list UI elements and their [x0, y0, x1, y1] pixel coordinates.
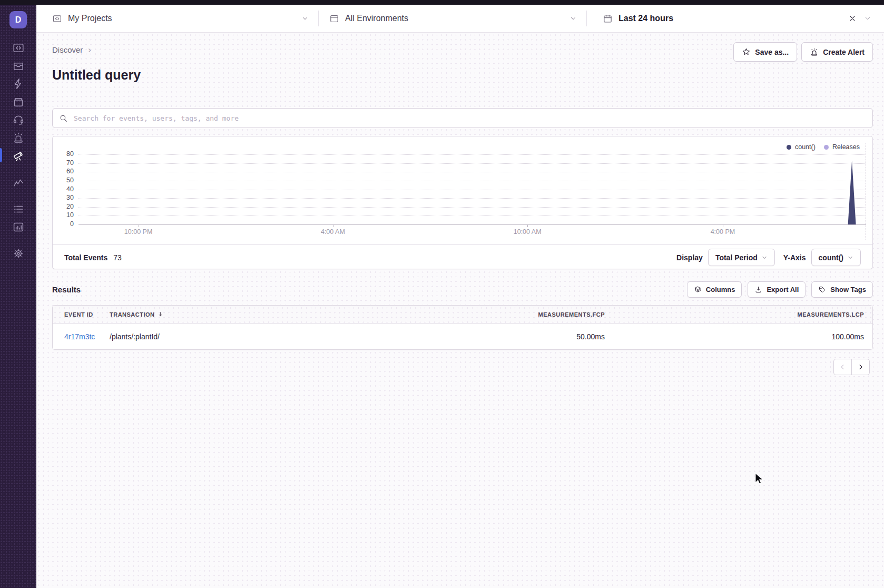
chart-x-axis: 10:00 PM4:00 AM10:00 AM4:00 PM — [78, 228, 866, 238]
event-id-link[interactable]: 4r17m3tc — [64, 332, 95, 341]
display-dropdown[interactable]: Total Period — [708, 249, 775, 266]
display-dropdown-value: Total Period — [715, 253, 758, 262]
search-bar — [52, 108, 873, 128]
sidebar-item-activity[interactable] — [9, 200, 27, 218]
project-selector[interactable]: My Projects — [52, 14, 318, 24]
column-header-measurements-lcp[interactable]: MEASUREMENTS.LCP — [605, 311, 872, 318]
clear-date-button[interactable] — [848, 14, 857, 23]
headset-icon — [12, 113, 25, 126]
previous-page-button[interactable] — [833, 359, 852, 375]
chart-y-axis: 01020304050607080 — [53, 154, 74, 224]
sidebar-item-releases[interactable] — [9, 93, 27, 110]
results-table: EVENT ID TRANSACTION MEASUREMENTS.FCP ME… — [52, 305, 873, 350]
show-tags-button[interactable]: Show Tags — [811, 281, 873, 298]
project-selector-label: My Projects — [68, 14, 112, 23]
results-heading: Results — [52, 285, 81, 294]
topbar: My Projects All Environments Last 24 hou… — [36, 5, 884, 33]
bar-chart-window-icon — [12, 221, 25, 233]
y-axis-tick-label: 20 — [53, 203, 74, 210]
save-as-button[interactable]: Save as... — [733, 42, 797, 62]
chevron-right-icon — [857, 363, 865, 371]
measurements-fcp-cell: 50.00ms — [336, 332, 605, 341]
y-axis-dropdown-value: count() — [819, 253, 843, 262]
breadcrumb-discover-link[interactable]: Discover — [52, 45, 83, 54]
sidebar-item-user-feedback[interactable] — [9, 111, 27, 128]
measurements-lcp-cell: 100.00ms — [605, 332, 872, 341]
chevron-right-icon: › — [88, 45, 91, 54]
lightning-icon — [12, 77, 25, 90]
sidebar-item-issues[interactable] — [9, 57, 27, 74]
line-chart-icon — [12, 177, 25, 189]
window-icon — [329, 14, 339, 24]
chart-legend: count()Releases — [787, 143, 860, 151]
save-as-label: Save as... — [755, 48, 789, 56]
transaction-cell: /plants/:plantId/ — [110, 332, 336, 341]
column-header-measurements-fcp[interactable]: MEASUREMENTS.FCP — [336, 311, 605, 318]
next-page-button[interactable] — [851, 359, 870, 375]
results-table-header: EVENT ID TRANSACTION MEASUREMENTS.FCP ME… — [53, 306, 872, 324]
legend-dot-icon — [824, 145, 829, 150]
telescope-icon — [12, 149, 25, 162]
environment-selector[interactable]: All Environments — [319, 14, 586, 24]
chevron-left-icon — [839, 363, 847, 371]
x-axis-tick-label: 10:00 AM — [514, 228, 542, 236]
columns-label: Columns — [706, 286, 735, 293]
y-axis-dropdown[interactable]: count() — [811, 249, 861, 266]
chart-footer: Total Events 73 Display Total Period Y-A… — [53, 244, 872, 270]
gear-icon — [12, 247, 25, 260]
y-axis-tick-label: 0 — [53, 220, 74, 228]
legend-label: Releases — [832, 143, 860, 151]
legend-item-count[interactable]: count() — [787, 143, 816, 151]
sidebar-item-discover[interactable] — [9, 146, 27, 164]
pagination — [833, 359, 870, 375]
columns-button[interactable]: Columns — [687, 281, 742, 298]
sidebar-item-dashboards[interactable] — [9, 218, 27, 236]
download-icon — [754, 286, 762, 293]
issues-icon — [12, 60, 25, 72]
chevron-down-icon — [569, 15, 577, 22]
search-input[interactable] — [73, 114, 866, 123]
active-nav-indicator — [0, 148, 2, 162]
date-range-selector[interactable]: Last 24 hours — [587, 14, 848, 24]
legend-dot-icon — [787, 145, 791, 150]
chevron-down-icon[interactable] — [864, 15, 871, 22]
y-axis-tick-label: 70 — [53, 159, 74, 166]
date-range-label: Last 24 hours — [618, 14, 673, 23]
column-header-transaction[interactable]: TRANSACTION — [110, 311, 336, 318]
sidebar-item-settings[interactable] — [9, 244, 27, 262]
x-axis-tick-mark — [723, 224, 723, 227]
export-all-button[interactable]: Export All — [748, 281, 806, 298]
x-axis-tick-label: 10:00 PM — [124, 228, 153, 236]
y-axis-tick-label: 30 — [53, 194, 74, 201]
chevron-down-icon — [301, 15, 309, 22]
column-header-event-id[interactable]: EVENT ID — [53, 311, 110, 318]
sidebar-item-alerts[interactable] — [9, 129, 27, 146]
x-axis-tick-label: 4:00 AM — [321, 228, 345, 236]
chart-plot — [78, 154, 866, 225]
legend-item-releases[interactable]: Releases — [824, 143, 860, 151]
create-alert-label: Create Alert — [823, 48, 865, 56]
export-all-label: Export All — [767, 286, 799, 293]
org-avatar[interactable]: D — [9, 11, 27, 28]
sidebar-item-performance[interactable] — [9, 75, 27, 92]
x-axis-tick-mark — [139, 224, 139, 227]
window-top-strip — [0, 0, 884, 5]
sidebar-item-projects[interactable] — [9, 39, 27, 56]
x-axis-tick-mark — [333, 224, 333, 227]
sidebar-item-metrics[interactable] — [9, 174, 27, 191]
y-axis-tick-label: 40 — [53, 185, 74, 193]
create-alert-button[interactable]: Create Alert — [801, 42, 873, 62]
sort-desc-icon — [157, 311, 164, 318]
siren-icon — [810, 47, 819, 56]
chevron-down-icon — [761, 254, 768, 261]
search-icon — [59, 114, 68, 123]
tag-icon — [818, 286, 826, 293]
environment-selector-label: All Environments — [345, 14, 408, 23]
chart-area: count()Releases 01020304050607080 10:00 … — [53, 136, 872, 244]
y-axis-tick-label: 10 — [53, 211, 74, 219]
y-axis-label: Y-Axis — [783, 253, 806, 262]
page-title: Untitled query — [52, 67, 141, 83]
y-axis-tick-label: 50 — [53, 177, 74, 184]
list-icon — [12, 203, 25, 215]
count-series — [78, 154, 866, 224]
